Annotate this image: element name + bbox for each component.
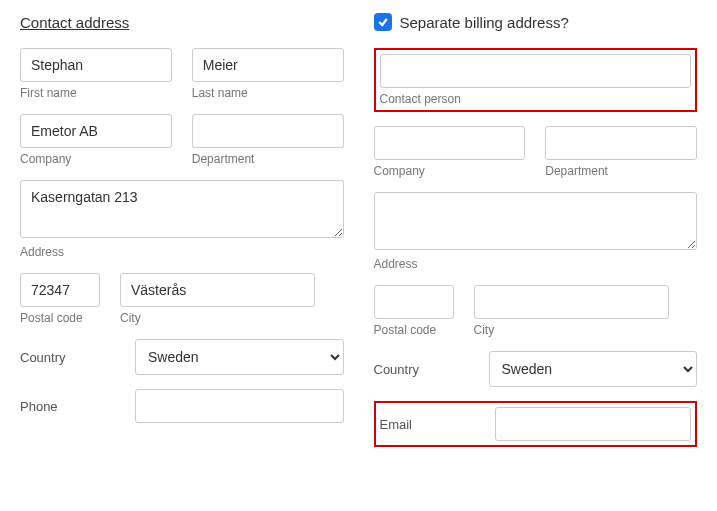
phone-input[interactable] xyxy=(135,389,344,423)
billing-company-input[interactable] xyxy=(374,126,526,160)
billing-email-label: Email xyxy=(380,417,485,432)
contact-person-highlight: Contact person xyxy=(374,48,698,112)
checkmark-icon xyxy=(377,16,389,28)
email-highlight: Email xyxy=(374,401,698,447)
separate-billing-label: Separate billing address? xyxy=(400,14,569,31)
department-label: Department xyxy=(192,152,344,166)
postal-code-label: Postal code xyxy=(20,311,100,325)
country-select[interactable]: Sweden xyxy=(135,339,344,375)
city-label: City xyxy=(120,311,315,325)
billing-contact-person-label: Contact person xyxy=(380,92,692,106)
department-input[interactable] xyxy=(192,114,344,148)
billing-country-select[interactable]: Sweden xyxy=(489,351,698,387)
address-textarea[interactable] xyxy=(20,180,344,238)
billing-postal-code-input[interactable] xyxy=(374,285,454,319)
last-name-input[interactable] xyxy=(192,48,344,82)
billing-city-label: City xyxy=(474,323,669,337)
billing-department-input[interactable] xyxy=(545,126,697,160)
separate-billing-checkbox[interactable] xyxy=(374,13,392,31)
billing-address-column: Separate billing address? Contact person… xyxy=(374,10,698,447)
phone-label: Phone xyxy=(20,399,125,414)
last-name-label: Last name xyxy=(192,86,344,100)
billing-city-input[interactable] xyxy=(474,285,669,319)
billing-email-input[interactable] xyxy=(495,407,692,441)
billing-company-label: Company xyxy=(374,164,526,178)
billing-address-label: Address xyxy=(374,257,698,271)
first-name-label: First name xyxy=(20,86,172,100)
company-label: Company xyxy=(20,152,172,166)
billing-department-label: Department xyxy=(545,164,697,178)
city-input[interactable] xyxy=(120,273,315,307)
company-input[interactable] xyxy=(20,114,172,148)
billing-address-textarea[interactable] xyxy=(374,192,698,250)
billing-contact-person-input[interactable] xyxy=(380,54,692,88)
country-label: Country xyxy=(20,350,125,365)
billing-postal-code-label: Postal code xyxy=(374,323,454,337)
billing-country-label: Country xyxy=(374,362,479,377)
contact-address-title: Contact address xyxy=(20,14,129,31)
address-label: Address xyxy=(20,245,344,259)
contact-address-column: Contact address First name Last name Com… xyxy=(20,10,344,447)
first-name-input[interactable] xyxy=(20,48,172,82)
postal-code-input[interactable] xyxy=(20,273,100,307)
